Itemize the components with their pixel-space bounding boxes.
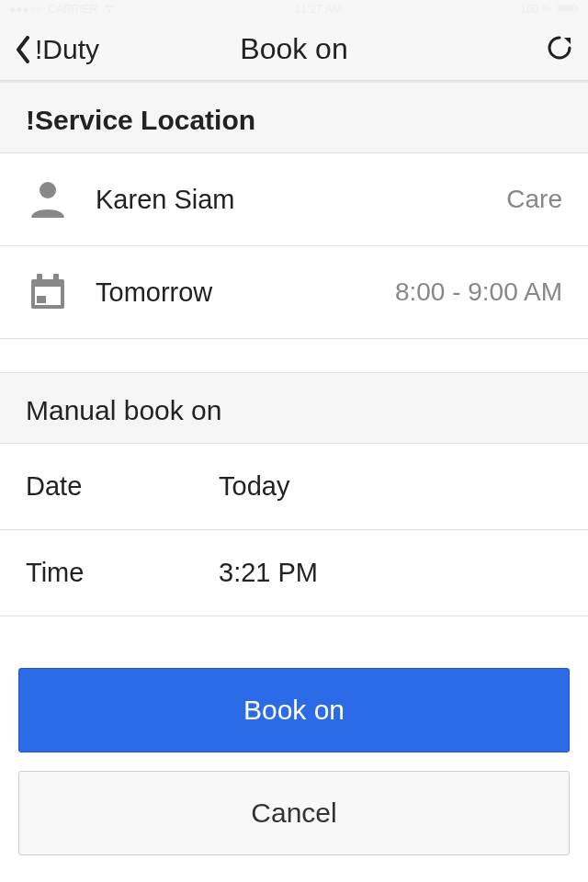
- battery-label: 100 %: [520, 3, 551, 16]
- button-area: Book on Cancel: [0, 616, 588, 855]
- date-row[interactable]: Date Today: [0, 444, 588, 530]
- back-button[interactable]: !Duty: [15, 34, 99, 65]
- refresh-icon: [546, 34, 573, 62]
- svg-marker-3: [564, 38, 571, 44]
- person-row[interactable]: Karen Siam Care: [0, 153, 588, 246]
- carrier-label: CARRIER: [48, 3, 97, 16]
- service-location-header: !Service Location: [0, 81, 588, 153]
- back-label: !Duty: [35, 34, 99, 65]
- page-title: Book on: [240, 32, 347, 66]
- status-bar: ●●●○○ CARRIER 11:27 AM 100 %: [0, 0, 588, 18]
- cancel-button[interactable]: Cancel: [18, 771, 570, 855]
- svg-rect-10: [37, 296, 46, 303]
- date-value: Today: [219, 471, 289, 502]
- spacer: [0, 339, 588, 372]
- svg-rect-1: [559, 6, 573, 11]
- person-icon: [26, 177, 70, 221]
- status-carrier: ●●●○○ CARRIER: [9, 3, 116, 16]
- wifi-icon: [103, 3, 116, 16]
- nav-bar: !Duty Book on: [0, 18, 588, 81]
- time-label: Time: [26, 558, 219, 588]
- book-on-button[interactable]: Book on: [18, 668, 570, 752]
- status-time: 11:27 AM: [295, 3, 342, 16]
- time-value: 3:21 PM: [219, 558, 318, 588]
- time-row[interactable]: Time 3:21 PM: [0, 530, 588, 616]
- schedule-time: 8:00 - 9:00 AM: [395, 277, 562, 307]
- signal-dots-icon: ●●●○○: [9, 3, 42, 16]
- chevron-left-icon: [15, 36, 31, 63]
- svg-rect-7: [37, 274, 42, 283]
- calendar-icon: [26, 270, 70, 314]
- status-battery: 100 %: [520, 3, 579, 16]
- svg-point-4: [40, 182, 56, 198]
- svg-rect-8: [53, 274, 59, 283]
- battery-icon: [557, 3, 579, 16]
- svg-rect-2: [576, 6, 578, 10]
- date-label: Date: [26, 471, 219, 502]
- person-role: Care: [506, 185, 562, 214]
- manual-book-header: Manual book on: [0, 372, 588, 444]
- refresh-button[interactable]: [546, 34, 573, 65]
- person-name: Karen Siam: [96, 185, 506, 215]
- schedule-day: Tomorrow: [96, 277, 395, 308]
- schedule-row[interactable]: Tomorrow 8:00 - 9:00 AM: [0, 246, 588, 339]
